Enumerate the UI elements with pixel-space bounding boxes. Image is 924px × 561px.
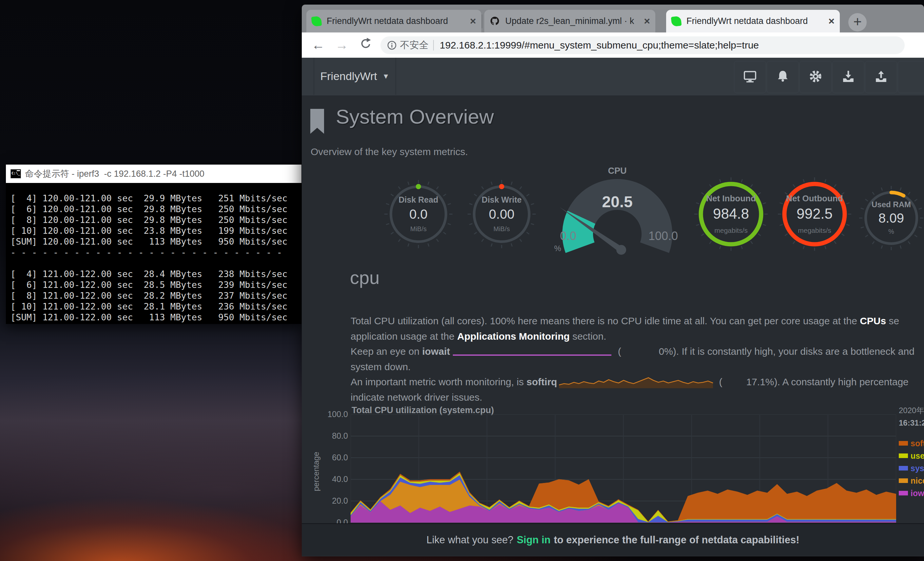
- paragraph-line: indicate network driver issues.: [351, 390, 915, 405]
- chart-time: 16:31:2: [899, 418, 924, 427]
- terminal-title: 命令提示符 - iperf3 -c 192.168.1.2 -P4 -t1000: [25, 168, 204, 180]
- info-icon[interactable]: [387, 40, 397, 50]
- svg-text:0.00: 0.00: [489, 207, 514, 221]
- partial-button[interactable]: [898, 61, 924, 93]
- signin-bar: Like what you see? Sign in to experience…: [302, 523, 924, 556]
- browser-tab[interactable]: Update r2s_lean_minimal.yml · k×: [484, 10, 656, 33]
- svg-text:Disk Write: Disk Write: [482, 195, 522, 204]
- svg-text:MiB/s: MiB/s: [494, 225, 510, 232]
- paragraph-text: section.: [570, 331, 606, 341]
- iowait-sparkline: [452, 347, 614, 357]
- gauges-row[interactable]: Disk Read0.0MiB/sDisk Write0.00MiB/sNet …: [302, 162, 924, 277]
- signin-pre: Like what you see?: [426, 534, 513, 546]
- y-tick-label: 20.0: [310, 496, 348, 505]
- signin-post: to experience the full-range of netdata …: [554, 534, 799, 546]
- browser-tab[interactable]: FriendlyWrt netdata dashboard×: [306, 10, 482, 33]
- navbar-separator: [396, 58, 396, 95]
- legend-item-nice[interactable]: nice: [899, 477, 924, 484]
- upload-button[interactable]: [865, 61, 897, 93]
- tab-divider: [482, 14, 482, 28]
- new-tab-button[interactable]: +: [848, 13, 867, 32]
- tab-strip: FriendlyWrt netdata dashboard×Update r2s…: [302, 5, 924, 33]
- section-heading-cpu: cpu: [350, 267, 380, 288]
- legend-swatch: [899, 491, 908, 495]
- svg-text:0.0: 0.0: [560, 229, 576, 243]
- legend-label: iowait: [910, 489, 924, 498]
- reload-icon[interactable]: [358, 37, 372, 53]
- legend-item-user[interactable]: user: [899, 452, 924, 460]
- paragraph-text: An important metric worth monitoring, is: [351, 376, 526, 387]
- svg-text:Used RAM: Used RAM: [872, 200, 911, 209]
- security-label[interactable]: 不安全: [400, 39, 429, 52]
- section-link[interactable]: Applications Monitoring: [457, 331, 570, 341]
- download-button[interactable]: [832, 61, 864, 93]
- download-icon: [841, 69, 855, 85]
- paragraph-text: Keep an eye on: [351, 346, 422, 357]
- paragraph-text: ). A constantly high percentage: [774, 376, 909, 387]
- close-icon[interactable]: ×: [470, 15, 476, 27]
- svg-text:MiB/s: MiB/s: [410, 225, 427, 232]
- softirq-sparkline: [559, 376, 714, 389]
- chart-title: Total CPU utilization (system.cpu): [352, 405, 494, 415]
- github-icon: [489, 16, 500, 27]
- svg-text:8.09: 8.09: [879, 211, 904, 225]
- back-icon[interactable]: ←: [311, 38, 326, 53]
- terminal-window[interactable]: 命令提示符 - iperf3 -c 192.168.1.2 -P4 -t1000…: [6, 165, 302, 324]
- page-subtitle: Overview of the key system metrics.: [310, 146, 468, 157]
- paragraph-text: (: [716, 376, 722, 387]
- chart-legend: 2020年3 16:31:2 softirqusersystemniceiowa…: [899, 405, 924, 497]
- monitor-button[interactable]: [734, 61, 766, 93]
- legend-label: nice: [910, 476, 924, 486]
- dashboard-navbar: FriendlyWrt ▼: [302, 58, 924, 96]
- paragraph-text: iowait: [422, 346, 450, 357]
- signin-link[interactable]: Sign in: [517, 534, 550, 546]
- browser-tab[interactable]: FriendlyWrt netdata dashboard×: [666, 10, 840, 33]
- svg-text:megabits/s: megabits/s: [714, 227, 748, 234]
- paragraph-text: 17.1%: [723, 375, 774, 390]
- tab-title: FriendlyWrt netdata dashboard: [687, 16, 824, 26]
- brand-label: FriendlyWrt: [321, 70, 377, 83]
- y-tick-label: 60.0: [310, 453, 348, 462]
- section-link[interactable]: CPUs: [860, 316, 886, 326]
- monitor-icon: [743, 69, 757, 85]
- legend-swatch: [899, 453, 908, 458]
- paragraph-text: softirq: [526, 376, 557, 387]
- svg-text:Net Inbound: Net Inbound: [706, 194, 756, 203]
- paragraph-line: system down.: [351, 359, 915, 375]
- paragraph-text: ). If it is constantly high, your disks …: [673, 346, 915, 357]
- tab-title: FriendlyWrt netdata dashboard: [327, 16, 465, 26]
- netdata-icon: [671, 16, 682, 27]
- bell-button[interactable]: [767, 61, 799, 93]
- svg-text:Disk Read: Disk Read: [399, 195, 438, 204]
- legend-swatch: [899, 478, 908, 483]
- url-text[interactable]: 192.168.2.1:19999/#menu_system_submenu_c…: [440, 40, 759, 51]
- brand-dropdown[interactable]: FriendlyWrt ▼: [314, 58, 396, 95]
- legend-item-iowait[interactable]: iowait: [899, 489, 924, 497]
- svg-text:0.0: 0.0: [409, 207, 428, 221]
- legend-item-system[interactable]: system: [899, 464, 924, 472]
- paragraph-text: indicate network driver issues.: [351, 392, 482, 403]
- paragraph-text: Total CPU utilization (all cores). 100% …: [351, 316, 860, 326]
- svg-text:CPU: CPU: [608, 166, 627, 176]
- forward-icon[interactable]: →: [334, 38, 349, 53]
- cpu-chart[interactable]: [351, 414, 896, 523]
- address-bar[interactable]: 不安全 192.168.2.1:19999/#menu_system_subme…: [380, 36, 904, 54]
- paragraph-text: 0%: [621, 344, 673, 359]
- svg-text:992.5: 992.5: [796, 206, 832, 222]
- reload-icon: [359, 37, 372, 50]
- terminal-titlebar[interactable]: 命令提示符 - iperf3 -c 192.168.1.2 -P4 -t1000: [6, 165, 302, 183]
- y-tick-label: 40.0: [310, 474, 348, 484]
- y-tick-label: 100.0: [310, 409, 348, 419]
- paragraph-text: application usage at the: [351, 331, 457, 341]
- chart-date: 2020年3: [899, 405, 924, 416]
- close-icon[interactable]: ×: [828, 15, 834, 27]
- terminal-output: [ 4] 120.00-121.00 sec 29.9 MBytes 251 M…: [6, 183, 302, 324]
- legend-item-softirq[interactable]: softirq: [899, 439, 924, 447]
- legend-label: user: [910, 451, 924, 461]
- bell-icon: [776, 69, 790, 85]
- gear-button[interactable]: [800, 61, 832, 93]
- close-icon[interactable]: ×: [644, 15, 650, 27]
- tab-title: Update r2s_lean_minimal.yml · k: [505, 16, 639, 26]
- svg-text:20.5: 20.5: [602, 193, 632, 211]
- chevron-down-icon: ▼: [382, 72, 390, 81]
